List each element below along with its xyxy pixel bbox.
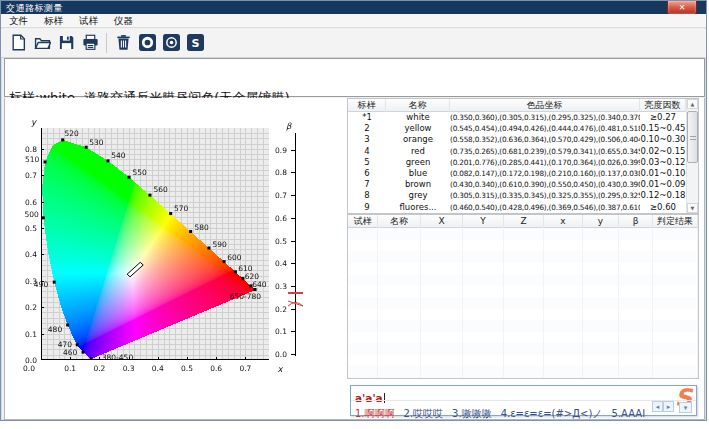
wavelength-label: 540 <box>111 151 125 160</box>
menu-item-file[interactable]: 文件 <box>1 14 36 29</box>
standards-header-cell[interactable]: 亮度因数 <box>640 99 686 112</box>
save-button[interactable] <box>55 32 77 54</box>
ime-candidate[interactable]: 3.嗷嗷嗷 <box>452 408 492 419</box>
samples-empty-row[interactable] <box>348 240 698 252</box>
samples-empty-row[interactable] <box>348 286 698 298</box>
samples-empty-cell <box>544 320 583 332</box>
samples-empty-cell <box>504 274 544 286</box>
samples-empty-row[interactable] <box>348 251 698 263</box>
standards-cell: brown <box>386 179 450 190</box>
samples-empty-row[interactable] <box>348 320 698 332</box>
samples-empty-row[interactable] <box>348 297 698 309</box>
scroll-down-icon[interactable]: ▼ <box>687 203 698 213</box>
scrollbar-thumb[interactable] <box>687 111 698 163</box>
y-axis-tick-label: 0.8 <box>11 145 37 154</box>
menu-item-instrument[interactable]: 仪器 <box>106 14 141 29</box>
standards-table-scrollbar[interactable]: ▲ ▼ <box>686 99 698 213</box>
samples-empty-cell <box>583 332 619 344</box>
samples-empty-cell <box>619 297 653 309</box>
measure-ring-button[interactable] <box>136 32 158 54</box>
samples-empty-row[interactable] <box>348 309 698 321</box>
standards-cell: 0.02~0.15 <box>640 146 686 157</box>
menu-item-standard[interactable]: 标样 <box>36 14 71 29</box>
samples-empty-cell <box>378 286 421 298</box>
samples-empty-cell <box>348 251 378 263</box>
samples-header-cell[interactable]: 试样 <box>348 215 378 228</box>
standards-cell: 2 <box>348 123 386 134</box>
x-axis-tick-label: 0.1 <box>64 364 76 373</box>
standards-cell: ≥0.60 <box>640 202 686 213</box>
delete-button[interactable] <box>112 32 134 54</box>
ime-candidate[interactable]: 1.啊啊啊 <box>355 408 395 419</box>
open-folder-button[interactable] <box>31 32 53 54</box>
measure-target-button[interactable] <box>160 32 182 54</box>
titlebar[interactable]: 交通路标测量 ✕ <box>1 1 706 14</box>
standards-cell: fluores... <box>386 202 450 213</box>
samples-empty-row[interactable] <box>348 343 698 355</box>
samples-empty-cell <box>348 274 378 286</box>
standards-table-row[interactable]: 7brown(0.430,0.340),(0.610,0.390),(0.550… <box>348 179 698 190</box>
samples-empty-cell <box>504 343 544 355</box>
samples-empty-cell <box>421 228 463 240</box>
wavelength-label: 520 <box>64 129 78 138</box>
y-axis-tick-label: 0.3 <box>11 277 37 286</box>
beta-tick-label: 0.5 <box>265 237 287 246</box>
samples-header-cell[interactable]: 名称 <box>378 215 421 228</box>
samples-table-body <box>348 228 698 378</box>
scroll-up-icon[interactable]: ▲ <box>687 99 698 109</box>
print-button[interactable] <box>79 32 101 54</box>
samples-header-cell[interactable]: Z <box>504 215 544 228</box>
ime-candidate[interactable]: 4.ε=ε=ε=(#>Д<)ノ <box>501 408 603 419</box>
ime-candidate[interactable]: 2.哎哎哎 <box>404 408 444 419</box>
wavelength-label: 530 <box>89 138 103 147</box>
samples-header-cell[interactable]: y <box>583 215 619 228</box>
standards-cell: (0.460,0.540),(0.428,0.496),(0.369,0.546… <box>450 202 640 213</box>
menu-item-sample[interactable]: 试样 <box>71 14 106 29</box>
standards-table-row[interactable]: 3orange(0.558,0.352),(0.636,0.364),(0.57… <box>348 134 698 145</box>
samples-empty-cell <box>348 355 378 367</box>
standards-table-row[interactable]: 6blue(0.082,0.147),(0.172,0.198),(0.210,… <box>348 168 698 179</box>
standards-cell: yellow <box>386 123 450 134</box>
samples-header-cell[interactable]: Y <box>463 215 504 228</box>
samples-empty-cell <box>378 297 421 309</box>
samples-header-cell[interactable]: X <box>421 215 463 228</box>
samples-empty-row[interactable] <box>348 263 698 275</box>
samples-empty-row[interactable] <box>348 366 698 378</box>
standards-table: 标样名称色品坐标亮度因数 *1white(0.350,0.360),(0.305… <box>347 98 699 214</box>
samples-empty-cell <box>421 274 463 286</box>
samples-empty-row[interactable] <box>348 332 698 344</box>
ime-page-left-icon[interactable]: ◂ <box>652 401 663 412</box>
samples-header-cell[interactable]: x <box>544 215 583 228</box>
samples-empty-cell <box>504 240 544 252</box>
samples-empty-cell <box>378 274 421 286</box>
samples-empty-cell <box>378 320 421 332</box>
samples-header-cell[interactable]: 判定结果 <box>653 215 698 228</box>
samples-empty-cell <box>583 228 619 240</box>
standards-header-cell[interactable]: 色品坐标 <box>450 99 640 112</box>
new-file-button[interactable] <box>7 32 29 54</box>
close-icon: ✕ <box>679 3 686 12</box>
samples-header-cell[interactable]: β <box>619 215 653 228</box>
ime-candidate[interactable]: 5.AAAI <box>612 408 646 419</box>
wavelength-label: 570 <box>174 204 188 213</box>
standards-table-row[interactable]: 4red(0.735,0.265),(0.681,0.239),(0.579,0… <box>348 146 698 157</box>
standards-header-cell[interactable]: 标样 <box>348 99 386 112</box>
standards-table-row[interactable]: 5green(0.201,0.776),(0.285,0.441),(0.170… <box>348 157 698 168</box>
standards-table-row[interactable]: *1white(0.350,0.360),(0.305,0.315),(0.29… <box>348 112 698 123</box>
close-button[interactable]: ✕ <box>667 1 697 15</box>
samples-empty-row[interactable] <box>348 274 698 286</box>
standards-cell: red <box>386 146 450 157</box>
standards-header-cell[interactable]: 名称 <box>386 99 450 112</box>
ime-dropdown-icon[interactable]: ▾ <box>679 402 692 413</box>
samples-empty-cell <box>544 228 583 240</box>
standards-table-row[interactable]: 8grey(0.305,0.315),(0.335,0.345),(0.325,… <box>348 190 698 201</box>
samples-empty-row[interactable] <box>348 355 698 367</box>
y-axis-tick-label: 0.6 <box>11 198 37 207</box>
samples-empty-row[interactable] <box>348 228 698 240</box>
standards-table-row[interactable]: 9fluores...(0.460,0.540),(0.428,0.496),(… <box>348 202 698 213</box>
s-badge-button[interactable]: S <box>184 32 206 54</box>
samples-empty-cell <box>348 332 378 344</box>
ime-page-right-icon[interactable]: ▸ <box>663 401 674 412</box>
samples-empty-cell <box>653 355 698 367</box>
standards-table-row[interactable]: 2yellow(0.545,0.454),(0.494,0.426),(0.44… <box>348 123 698 134</box>
